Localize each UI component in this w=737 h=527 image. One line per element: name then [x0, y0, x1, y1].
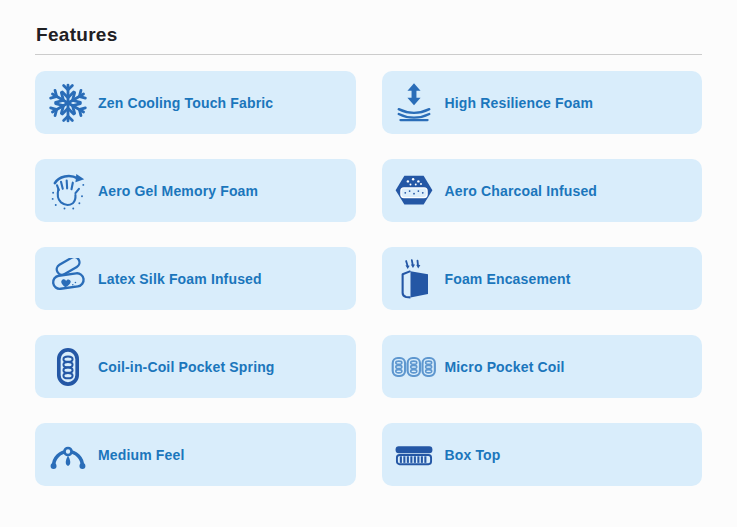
feature-label: Coil-in-Coil Pocket Spring: [98, 359, 275, 375]
charcoal-hexagon-icon: [391, 167, 438, 214]
feature-card-latex-silk: Latex Silk Foam Infused: [35, 247, 356, 310]
feature-card-zen-cooling: Zen Cooling Touch Fabric: [35, 71, 356, 134]
features-section: Features: [0, 0, 737, 486]
feature-label: Foam Encasement: [445, 271, 571, 287]
section-divider: [35, 54, 702, 55]
feature-card-micro-pocket-coil: Micro Pocket Coil: [382, 335, 703, 398]
resilience-arrows-icon: [391, 79, 438, 126]
feature-label: Aero Gel Memory Foam: [98, 183, 258, 199]
hand-gel-icon: [44, 167, 91, 214]
feature-label: Micro Pocket Coil: [445, 359, 565, 375]
feature-label: Latex Silk Foam Infused: [98, 271, 262, 287]
feature-card-foam-encasement: Foam Encasement: [382, 247, 703, 310]
mattress-box-icon: [391, 431, 438, 478]
feature-card-charcoal-infused: Aero Charcoal Infused: [382, 159, 703, 222]
feature-card-gel-memory-foam: Aero Gel Memory Foam: [35, 159, 356, 222]
snowflake-icon: [44, 79, 91, 126]
firmness-gauge-icon: [44, 431, 91, 478]
feature-label: Medium Feel: [98, 447, 184, 463]
feature-label: Zen Cooling Touch Fabric: [98, 95, 273, 111]
feature-card-high-resilience: High Resilience Foam: [382, 71, 703, 134]
foam-box-icon: [391, 255, 438, 302]
feature-label: Aero Charcoal Infused: [445, 183, 598, 199]
feature-card-medium-feel: Medium Feel: [35, 423, 356, 486]
features-grid: Zen Cooling Touch Fabric: [35, 71, 702, 486]
latex-clamshell-icon: [44, 255, 91, 302]
coil-in-coil-icon: [44, 343, 91, 390]
section-title: Features: [36, 24, 702, 46]
feature-label: High Resilience Foam: [445, 95, 593, 111]
micro-coils-icon: [391, 343, 438, 390]
feature-card-box-top: Box Top: [382, 423, 703, 486]
feature-label: Box Top: [445, 447, 501, 463]
feature-card-coil-in-coil: Coil-in-Coil Pocket Spring: [35, 335, 356, 398]
